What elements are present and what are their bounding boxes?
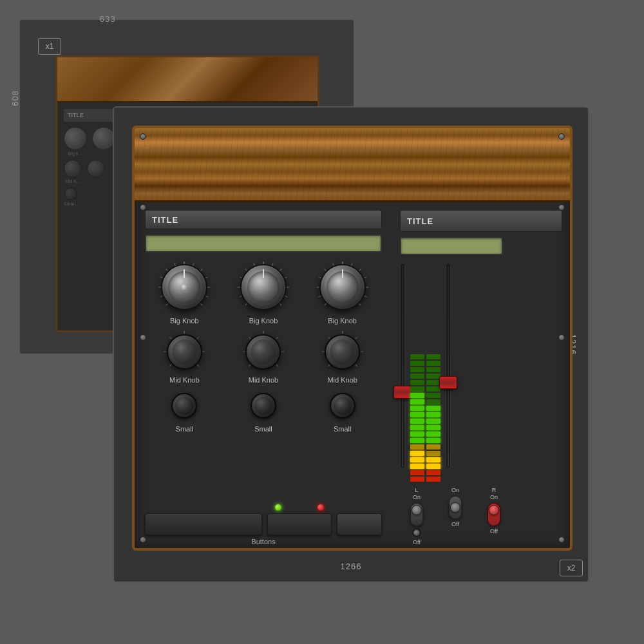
vu-seg <box>426 419 440 424</box>
button-medium[interactable] <box>267 513 332 535</box>
vu-seg <box>410 457 424 462</box>
small-knob-2-container <box>247 389 280 422</box>
vu-seg <box>426 367 440 372</box>
back-small-knob-1 <box>64 187 77 200</box>
vu-seg <box>410 425 424 430</box>
screw-tl <box>140 133 146 140</box>
vu-meter <box>410 263 440 482</box>
right-section: TITLE <box>392 202 570 551</box>
vu-seg <box>426 438 440 443</box>
small-knob-group-3: Small <box>307 389 378 433</box>
led-green <box>275 504 281 511</box>
small-knob-group-1: Small <box>149 389 220 433</box>
dim-back-top: 633 <box>100 14 116 24</box>
toggle-l-label-top: LOn <box>413 487 421 501</box>
big-knob-2-body[interactable] <box>240 264 287 310</box>
toggle-mid-switch[interactable] <box>449 496 462 519</box>
big-knob-group-2: Big Knob <box>228 260 299 325</box>
back-mid-knob-2 <box>87 160 105 178</box>
front-panel-badge: x2 <box>560 560 583 576</box>
toggle-l-knob <box>412 505 422 515</box>
back-big-knob-2 <box>92 127 115 150</box>
left-title-bar: TITLE <box>145 210 382 229</box>
right-lcd <box>400 237 503 255</box>
small-knob-3-body[interactable] <box>330 393 355 419</box>
big-knob-1-label: Big Knob <box>170 317 199 325</box>
vu-seg <box>426 386 440 392</box>
vu-column-left <box>410 263 424 482</box>
toggle-l-connector <box>412 528 421 537</box>
fader-right-track <box>446 263 451 469</box>
mid-knob-1-indicator <box>178 345 185 352</box>
small-knob-1-indicator <box>180 401 185 406</box>
vu-seg <box>426 457 440 462</box>
back-panel-wood <box>57 57 317 102</box>
small-knob-1-body[interactable] <box>171 393 197 419</box>
small-knob-2-body[interactable] <box>251 393 276 419</box>
svg-line-43 <box>197 337 199 339</box>
vu-seg <box>410 444 424 450</box>
fader-left-track <box>400 263 405 469</box>
screw-tr <box>558 133 565 140</box>
back-big-knob-1 <box>64 127 87 150</box>
vu-seg <box>410 380 424 385</box>
vu-seg <box>426 425 440 430</box>
screw-ll <box>140 334 146 341</box>
wood-panel <box>135 128 570 202</box>
svg-line-11 <box>205 296 209 297</box>
toggle-r-switch[interactable] <box>488 503 500 526</box>
svg-line-45 <box>197 365 199 366</box>
vu-seg <box>410 464 424 469</box>
mid-knob-1-body[interactable] <box>167 334 202 370</box>
big-knob-group-1: Big Knob <box>149 260 220 325</box>
dim-back-left: 608 <box>10 90 20 106</box>
buttons-row <box>145 513 382 535</box>
toggle-r-knob <box>489 505 499 515</box>
small-knob-1-container <box>167 389 201 422</box>
mid-knobs-row: Mid Knob <box>145 330 382 384</box>
button-wide[interactable] <box>145 513 262 535</box>
screw-mr <box>558 204 565 211</box>
fader-vu-area <box>400 263 562 482</box>
mid-knob-2-container <box>242 330 285 374</box>
vu-seg <box>426 431 440 437</box>
svg-line-59 <box>355 365 357 366</box>
fader-right-track-inner <box>448 265 449 467</box>
button-narrow[interactable] <box>337 513 382 535</box>
vu-seg <box>410 419 424 424</box>
big-knob-2-container <box>236 260 290 314</box>
small-knob-1-label: Small <box>176 425 194 433</box>
svg-line-52 <box>276 365 278 366</box>
left-lcd <box>145 234 382 252</box>
fader-left-handle[interactable] <box>393 386 412 399</box>
vu-seg <box>426 444 440 450</box>
screw-br <box>558 536 565 543</box>
big-knob-1-container <box>157 260 211 314</box>
back-panel-badge: x1 <box>38 38 61 55</box>
mid-knob-3-body[interactable] <box>325 334 360 370</box>
big-knob-3-body[interactable] <box>319 264 366 310</box>
fader-left-container <box>400 263 405 469</box>
fader-right-handle[interactable] <box>439 376 457 389</box>
toggle-group-mid: On Off <box>439 487 472 527</box>
vu-seg <box>410 361 424 366</box>
mid-knob-1-label: Mid Knob <box>169 376 199 384</box>
big-knob-group-3: Big Knob <box>307 260 378 325</box>
left-section: TITLE <box>135 202 392 551</box>
toggle-l-switch[interactable] <box>410 503 423 526</box>
small-knobs-row: Small Small <box>145 389 382 433</box>
vu-seg <box>426 406 440 411</box>
small-knob-2-indicator <box>260 401 264 406</box>
mid-knob-group-2: Mid Knob <box>228 330 299 384</box>
mid-knob-2-body[interactable] <box>245 334 281 370</box>
vu-seg <box>410 406 424 411</box>
big-knob-1-body[interactable] <box>161 264 207 310</box>
mid-knob-2-indicator <box>258 345 264 352</box>
buttons-label: Buttons <box>145 538 382 545</box>
vu-seg <box>426 380 440 385</box>
svg-line-57 <box>355 337 357 339</box>
controls-area: TITLE <box>135 202 570 551</box>
toggle-group-r: ROn Off <box>477 487 511 535</box>
screw-rr <box>558 334 565 341</box>
vu-seg <box>410 431 424 437</box>
